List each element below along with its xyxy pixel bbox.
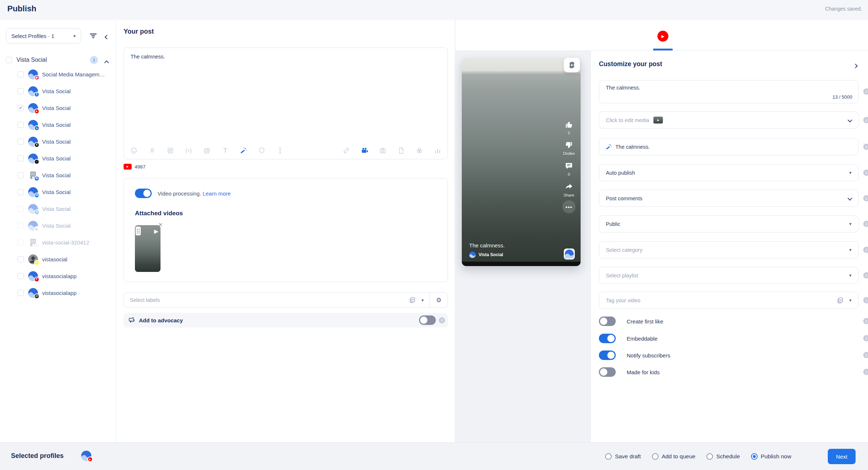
profile-checkbox[interactable] <box>18 122 24 128</box>
info-icon[interactable] <box>863 335 868 341</box>
video-processing-toggle[interactable] <box>135 189 152 198</box>
profile-checkbox[interactable] <box>18 273 24 279</box>
info-icon[interactable] <box>863 352 868 358</box>
profile-group-row[interactable]: Vista Social 1 <box>0 54 116 65</box>
category-field[interactable]: Select category <box>599 241 858 258</box>
profile-row-bluesky[interactable]: ⋈Vista Social <box>0 183 116 200</box>
collapse-sidebar-icon[interactable] <box>105 34 109 40</box>
chevron-up-icon[interactable] <box>105 59 108 66</box>
profile-row-app-store[interactable]: AVista Social <box>0 200 116 217</box>
magic-wand-icon[interactable] <box>239 147 248 155</box>
profile-checkbox[interactable] <box>18 189 24 195</box>
attached-video-thumbnail[interactable]: ✕ ▶ <box>135 225 161 272</box>
video-icon[interactable] <box>361 147 369 155</box>
media-field[interactable]: Click to edit media <box>599 111 858 129</box>
profile-row-google-business[interactable]: BVista Social <box>0 167 116 183</box>
learn-more-link[interactable]: Learn more <box>203 190 231 197</box>
radio-button[interactable] <box>652 453 658 460</box>
profile-row-instagram[interactable]: ◉Social Media Managem… <box>0 66 116 83</box>
next-button[interactable]: Next <box>828 449 856 464</box>
profile-row-linkedin[interactable]: inVista Social <box>0 116 116 133</box>
radio-schedule[interactable]: Schedule <box>706 453 740 460</box>
more-icon[interactable]: ••• <box>562 200 575 213</box>
profile-checkbox[interactable] <box>18 256 24 262</box>
variables-icon[interactable]: {+} <box>185 147 193 155</box>
tab-youtube[interactable]: ▶ <box>657 31 668 42</box>
info-icon[interactable] <box>863 117 868 123</box>
clear-format-icon[interactable] <box>276 147 284 155</box>
profile-row-x[interactable]: XVista Social <box>0 133 116 150</box>
group-checkbox[interactable] <box>6 57 12 63</box>
profile-checkbox[interactable]: ✓ <box>18 105 24 111</box>
video-title-field[interactable]: The calmness. <box>599 138 858 155</box>
copy-tags-icon[interactable] <box>837 297 844 304</box>
playlist-field[interactable]: Select playlist <box>599 267 858 284</box>
select-profiles-dropdown[interactable]: Select Profiles · 1 <box>6 28 81 43</box>
analytics-icon[interactable] <box>434 147 442 155</box>
text-case-icon[interactable]: T <box>221 147 229 155</box>
info-icon[interactable] <box>863 247 868 253</box>
copy-labels-icon[interactable] <box>409 296 416 304</box>
info-icon[interactable] <box>863 88 868 95</box>
radio-add-to-queue[interactable]: Add to queue <box>652 453 695 460</box>
info-icon[interactable] <box>863 369 868 375</box>
caption-field[interactable]: The calmness. 13 / 5000 <box>599 80 858 103</box>
mention-icon[interactable]: @ <box>203 147 211 155</box>
shorts-dislike-button[interactable]: Dislike <box>559 140 578 156</box>
shorts-channel-avatar[interactable] <box>564 249 575 259</box>
shorts-like-button[interactable]: 0 <box>559 120 578 135</box>
radio-button[interactable] <box>706 453 713 460</box>
profile-checkbox[interactable] <box>18 71 24 77</box>
profile-row-tiktok[interactable]: ♪Vista Social <box>0 150 116 167</box>
snippet-icon[interactable] <box>166 147 174 155</box>
shorts-more-button[interactable]: ••• <box>559 200 578 213</box>
publish-mode-field[interactable]: Auto publish <box>599 164 858 181</box>
tags-field[interactable]: Tag your video <box>599 292 858 309</box>
profile-checkbox[interactable] <box>18 88 24 94</box>
shorts-share-button[interactable]: Share <box>559 182 578 197</box>
profile-checkbox[interactable] <box>18 172 24 178</box>
remove-video-icon[interactable]: ✕ <box>158 221 163 228</box>
made-for-kids-toggle[interactable] <box>599 367 616 377</box>
profile-row-threads[interactable]: @vistasocialapp <box>0 284 116 301</box>
profile-row-snapchat[interactable]: ☁vistasocial <box>0 251 116 268</box>
radio-button[interactable] <box>751 453 758 460</box>
link-icon[interactable] <box>342 147 350 155</box>
camera-icon[interactable] <box>379 147 387 155</box>
profile-row-pinterest[interactable]: Pvistasocialapp <box>0 268 116 284</box>
shorts-comment-button[interactable]: 0 <box>559 161 578 177</box>
profile-row-youtube[interactable]: ✓▶Vista Social <box>0 99 116 116</box>
post-comments-field[interactable]: Post comments <box>599 190 858 207</box>
post-text[interactable]: The calmness. <box>131 54 165 60</box>
profile-checkbox[interactable] <box>18 206 24 212</box>
info-icon[interactable] <box>863 318 868 324</box>
profile-row-facebook[interactable]: fVista Social <box>0 83 116 99</box>
post-text-editor[interactable]: The calmness. #{+}@T <box>124 48 448 159</box>
info-icon[interactable] <box>863 272 868 278</box>
radio-publish-now[interactable]: Publish now <box>751 453 792 460</box>
drag-handle-icon[interactable] <box>136 227 141 235</box>
profile-row-analytics[interactable]: ılıvista-social-320412 <box>0 234 116 251</box>
info-icon[interactable] <box>863 195 868 201</box>
labels-settings-gear-icon[interactable] <box>430 296 448 304</box>
radio-button[interactable] <box>605 453 612 460</box>
embeddable-toggle[interactable] <box>599 334 616 343</box>
info-icon[interactable] <box>439 317 445 323</box>
profile-checkbox[interactable] <box>18 290 24 296</box>
hashtag-icon[interactable]: # <box>148 147 156 155</box>
emoji-icon[interactable] <box>130 147 138 155</box>
radio-save-draft[interactable]: Save draft <box>605 453 641 460</box>
notify-subscribers-toggle[interactable] <box>599 350 616 360</box>
create-first-like-toggle[interactable] <box>599 317 616 326</box>
profile-row-google-play[interactable]: ▶Vista Social <box>0 217 116 234</box>
select-labels-field[interactable]: Select labels <box>124 292 448 308</box>
info-icon[interactable] <box>863 144 868 150</box>
advocacy-toggle[interactable] <box>419 315 436 325</box>
profile-checkbox[interactable] <box>18 139 24 145</box>
media-library-icon[interactable] <box>415 147 423 155</box>
shield-icon[interactable] <box>258 147 266 155</box>
privacy-field[interactable]: Public <box>599 215 858 232</box>
profile-checkbox[interactable] <box>18 155 24 162</box>
info-icon[interactable] <box>863 170 868 176</box>
file-icon[interactable] <box>397 147 405 155</box>
